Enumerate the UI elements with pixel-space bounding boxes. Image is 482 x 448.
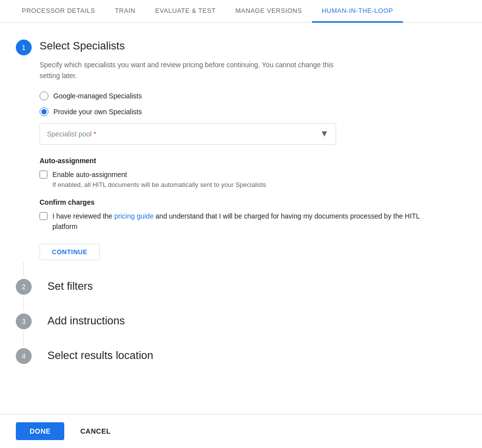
step-1: 1 Select Specialists: [16, 39, 429, 55]
step-3-number: 3: [16, 314, 32, 329]
confirm-charges-text: I have reviewed the pricing guide and un…: [52, 211, 429, 232]
auto-assignment-checkbox-label[interactable]: Enable auto-assignment If enabled, all H…: [40, 170, 429, 188]
radio-provide-own-input[interactable]: [40, 107, 48, 116]
radio-provide-own-label: Provide your own Specialists: [53, 108, 142, 116]
connector-1-2: [23, 262, 24, 276]
tab-human-in-the-loop[interactable]: HUMAN-IN-THE-LOOP: [312, 0, 403, 23]
pricing-guide-link[interactable]: pricing guide: [114, 212, 153, 220]
tab-train[interactable]: TRAIN: [105, 0, 145, 23]
top-navigation: PROCESSOR DETAILS TRAIN EVALUATE & TEST …: [0, 0, 482, 23]
tab-evaluate-test[interactable]: EVALUATE & TEST: [145, 0, 225, 23]
done-button[interactable]: DONE: [16, 422, 64, 440]
step-1-description: Specify which specialists you want and r…: [40, 59, 346, 82]
chevron-down-icon: ▼: [320, 129, 329, 139]
specialist-pool-wrapper: Specialist pool* ▼: [40, 123, 429, 145]
radio-provide-own[interactable]: Provide your own Specialists: [40, 107, 429, 116]
specialist-pool-dropdown[interactable]: Specialist pool* ▼: [40, 123, 336, 145]
auto-assignment-checkbox[interactable]: [40, 171, 47, 179]
continue-button[interactable]: CONTINUE: [40, 244, 100, 260]
step-1-title: Select Specialists: [40, 39, 125, 54]
step-4-title: Select results location: [47, 349, 153, 362]
radio-google-managed-label: Google-managed Specialists: [53, 92, 142, 100]
step-4: 4 Select results location: [16, 347, 429, 364]
step-1-number: 1: [16, 40, 32, 55]
main-content: 1 Select Specialists Specify which speci…: [0, 23, 445, 382]
specialist-pool-label: Specialist pool*: [47, 130, 96, 138]
required-star: *: [93, 130, 96, 138]
auto-assignment-label: Auto-assignment: [40, 157, 429, 165]
auto-assignment-text-wrapper: Enable auto-assignment If enabled, all H…: [52, 170, 266, 188]
confirm-charges-checkbox[interactable]: [40, 212, 47, 220]
tab-manage-versions[interactable]: MANAGE VERSIONS: [225, 0, 312, 23]
auto-assignment-subtext: If enabled, all HITL documents will be a…: [52, 181, 266, 188]
confirm-charges-checkbox-label[interactable]: I have reviewed the pricing guide and un…: [40, 211, 429, 232]
step-3-title: Add instructions: [47, 314, 125, 327]
confirm-charges-label: Confirm charges: [40, 198, 429, 206]
step-3: 3 Add instructions: [16, 313, 429, 329]
step-2-title: Set filters: [47, 280, 93, 293]
bottom-actions: DONE CANCEL: [0, 414, 482, 448]
radio-google-managed-input[interactable]: [40, 91, 48, 100]
confirm-charges-section: Confirm charges I have reviewed the pric…: [40, 198, 429, 232]
connector-3-4: [23, 331, 24, 345]
connector-2-3: [23, 297, 24, 311]
step-4-number: 4: [16, 348, 32, 364]
auto-assignment-text: Enable auto-assignment: [52, 170, 266, 180]
tab-processor-details[interactable]: PROCESSOR DETAILS: [12, 0, 105, 23]
step-2-number: 2: [16, 279, 32, 295]
step-2: 2 Set filters: [16, 278, 429, 295]
step-1-content: Specify which specialists you want and r…: [40, 59, 429, 260]
cancel-button[interactable]: CANCEL: [68, 422, 122, 440]
radio-google-managed[interactable]: Google-managed Specialists: [40, 91, 429, 100]
auto-assignment-section: Auto-assignment Enable auto-assignment I…: [40, 157, 429, 188]
